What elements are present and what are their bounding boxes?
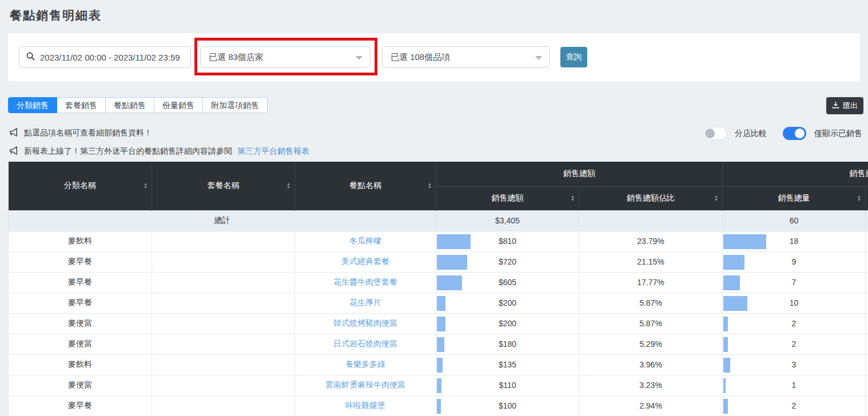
cell-sales-amount: $605	[436, 272, 579, 293]
cell-clipped	[866, 313, 868, 334]
cell-sales-quantity: 1	[723, 375, 866, 395]
value-bar	[437, 358, 443, 373]
cell-meal: 雲南鮮燙麻辣牛肉便當	[295, 375, 436, 395]
header-category-name[interactable]: 分類名稱 ▲▼	[9, 162, 152, 210]
table-row: 麥早餐咔啦雞腿堡$1002.94%2	[9, 395, 868, 416]
tab-meal-sales[interactable]: 餐點銷售	[106, 97, 154, 113]
cell-sales-ratio: 5.87%	[579, 293, 723, 313]
value-bar	[723, 358, 730, 373]
item-select-value: 已選 108個品項	[391, 52, 450, 63]
cell-sales-amount: $180	[436, 334, 579, 354]
total-quantity: 60	[723, 210, 866, 231]
cell-sales-ratio: 23.79%	[579, 231, 723, 251]
megaphone-icon	[9, 128, 19, 138]
cell-meal: 花生醬牛肉堡套餐	[295, 272, 436, 293]
tab-combo-sales[interactable]: 套餐銷售	[57, 97, 106, 113]
sort-icon: ▲▼	[857, 195, 861, 202]
date-range-input[interactable]: 2023/11/02 00:00 - 2023/11/02 23:59	[19, 46, 191, 68]
cell-sales-quantity: 2	[723, 395, 866, 416]
table-body: 總計 $3,405 60 麥飲料冬瓜檸檬$81023.79%18麥早餐美式經典套…	[9, 210, 868, 416]
store-select[interactable]: 已選 83個店家	[200, 46, 371, 68]
table-row: 麥早餐花生厚片$2005.87%10	[9, 293, 868, 313]
meal-name-link[interactable]: 美式經典套餐	[341, 257, 389, 266]
cell-sales-amount: $135	[436, 354, 579, 375]
notice-line-2: 新報表上線了！第三方外送平台的餐點銷售詳細內容請參閱第三方平台銷售報表	[9, 146, 309, 157]
cell-meal: 美式經典套餐	[295, 251, 436, 272]
subheader-sales-amount-ratio[interactable]: 銷售總額佔比 ▲▼	[579, 186, 723, 210]
cell-sales-quantity: 2	[723, 334, 866, 354]
cell-sales-amount: $110	[436, 375, 579, 395]
sort-icon: ▲▼	[286, 182, 290, 189]
tab-category-sales[interactable]: 分類銷售	[8, 97, 57, 113]
value-bar	[723, 378, 726, 393]
meal-name-link[interactable]: 花生醬牛肉堡套餐	[333, 277, 397, 286]
cell-category: 麥便當	[9, 334, 152, 354]
notice-text: 點選品項名稱可查看細部銷售資料！	[24, 128, 152, 138]
cell-clipped	[866, 375, 868, 395]
cell-sales-quantity: 2	[723, 313, 866, 334]
cell-sales-ratio: 5.29%	[579, 334, 723, 354]
toggle-knob	[705, 129, 715, 138]
cell-meal: 日式岩石燒肉便當	[295, 334, 436, 354]
meal-name-link[interactable]: 花生厚片	[349, 298, 381, 307]
cell-category: 麥便當	[9, 313, 152, 334]
notice-text: 新報表上線了！第三方外送平台的餐點銷售詳細內容請參閱	[24, 146, 232, 157]
sales-table: 分類名稱 ▲▼ 套餐名稱 ▲▼ 餐點名稱 ▲▼ 銷售總額 銷售總量	[8, 162, 868, 416]
cell-sales-amount: $200	[436, 293, 579, 313]
cell-sales-quantity: 7	[723, 272, 866, 293]
item-select[interactable]: 已選 108個品項	[382, 46, 550, 68]
value-bar	[723, 255, 744, 270]
subheader-sales-quantity[interactable]: 銷售總量 ▲▼	[723, 186, 866, 210]
tab-addon-sales[interactable]: 附加選項銷售	[203, 97, 268, 113]
cell-sales-ratio: 3.96%	[579, 354, 723, 375]
only-sold-label: 僅顯示已銷售	[814, 129, 862, 139]
tab-portion-sales[interactable]: 份量銷售	[154, 97, 203, 113]
cell-sales-ratio: 3.23%	[579, 375, 723, 395]
value-bar	[437, 255, 467, 270]
cell-clipped	[866, 334, 868, 354]
export-button-label: 匯出	[843, 101, 858, 111]
table-row: 麥飲料冬瓜檸檬$81023.79%18	[9, 231, 868, 251]
export-button[interactable]: 匯出	[826, 97, 863, 114]
cell-combo	[152, 231, 295, 251]
table-row: 麥便當韓式燒烤豬肉便當$2005.87%2	[9, 313, 868, 334]
subheader-sales-amount[interactable]: 銷售總額 ▲▼	[436, 186, 579, 210]
cell-combo	[152, 395, 295, 416]
cell-category: 麥飲料	[9, 231, 152, 251]
value-bar	[723, 317, 728, 331]
cell-sales-amount: $100	[436, 395, 579, 416]
group-header-sales-amount: 銷售總額	[436, 162, 723, 186]
value-bar	[437, 378, 441, 393]
table-row: 麥早餐美式經典套餐$72021.15%9	[9, 251, 868, 272]
cell-sales-amount: $720	[436, 251, 579, 272]
value-bar	[437, 337, 444, 352]
value-bar	[437, 399, 441, 414]
meal-name-link[interactable]: 冬瓜檸檬	[349, 236, 381, 245]
meal-name-link[interactable]: 咔啦雞腿堡	[345, 401, 385, 410]
cell-clipped	[866, 251, 868, 272]
third-party-report-link[interactable]: 第三方平台銷售報表	[237, 146, 309, 157]
cell-clipped	[866, 293, 868, 313]
cell-meal: 韓式燒烤豬肉便當	[295, 313, 436, 334]
cell-category: 麥早餐	[9, 251, 152, 272]
only-sold-toggle[interactable]	[783, 127, 806, 140]
query-button[interactable]: 查詢	[560, 47, 587, 67]
toggle-knob	[795, 129, 805, 138]
toggle-group: 分店比較 僅顯示已銷售	[703, 127, 862, 140]
group-header-sales-quantity: 銷售總量	[723, 162, 868, 186]
value-bar	[437, 296, 445, 311]
meal-name-link[interactable]: 雲南鮮燙麻辣牛肉便當	[325, 380, 405, 389]
meal-name-link[interactable]: 日式岩石燒肉便當	[333, 339, 397, 348]
cell-clipped	[866, 231, 868, 251]
megaphone-icon	[9, 146, 19, 157]
meal-name-link[interactable]: 養樂多多綠	[345, 359, 385, 369]
header-combo-name[interactable]: 套餐名稱 ▲▼	[152, 162, 295, 210]
total-amount: $3,405	[436, 210, 579, 231]
header-meal-name[interactable]: 餐點名稱 ▲▼	[295, 162, 436, 210]
sort-icon: ▲▼	[714, 195, 718, 202]
meal-name-link[interactable]: 韓式燒烤豬肉便當	[333, 318, 397, 327]
cell-combo	[152, 272, 295, 293]
value-bar	[437, 317, 445, 331]
cell-meal: 養樂多多綠	[295, 354, 436, 375]
branch-compare-toggle[interactable]	[703, 127, 727, 140]
